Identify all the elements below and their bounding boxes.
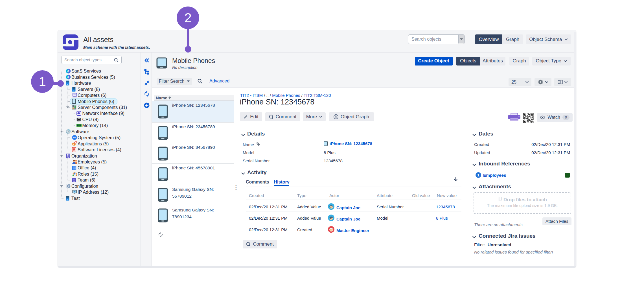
svg-text:os: os <box>73 136 76 139</box>
